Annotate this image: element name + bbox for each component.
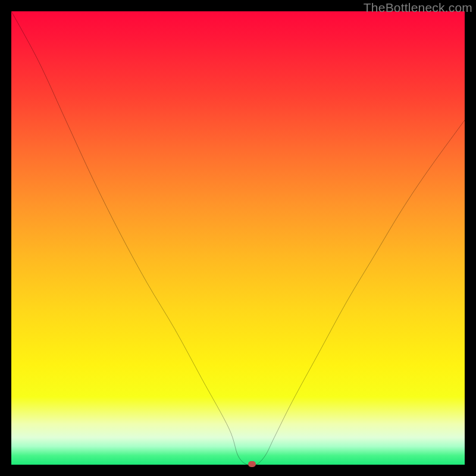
watermark-text: TheBottleneck.com [364, 1, 472, 15]
plot-area [11, 11, 465, 465]
bottleneck-curve [11, 11, 465, 465]
chart-frame: TheBottleneck.com [0, 0, 476, 476]
optimal-point-marker [248, 461, 256, 467]
